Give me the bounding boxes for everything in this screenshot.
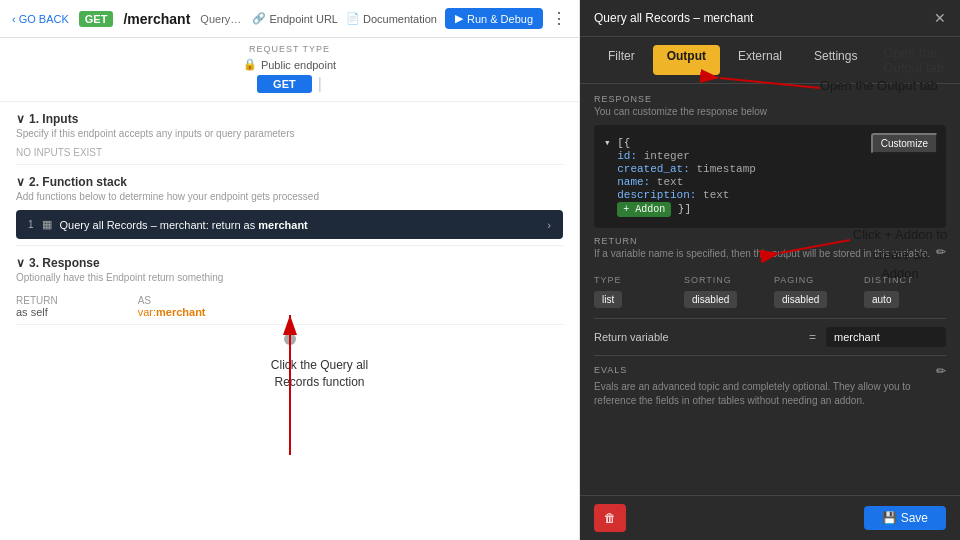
right-bottom-bar: 🗑 💾 Save [580,495,960,540]
evals-section: EVALS ✏ Evals are an advanced topic and … [594,364,946,408]
return-row: RETURN as self AS var:merchant [16,295,563,318]
documentation-btn[interactable]: 📄 Documentation [346,12,437,25]
output-tab-annotation: Open the Output tab [883,45,946,75]
public-endpoint: 🔒 Public endpoint [0,58,579,71]
right-panel: Query all Records – merchant ✕ Filter Ou… [580,0,960,540]
var-name: merchant [156,306,206,318]
doc-icon: 📄 [346,12,360,25]
type-label: TYPE [594,275,676,285]
evals-header: EVALS ✏ [594,364,946,378]
distinct-label: DISTINCT [864,275,946,285]
function-item[interactable]: 1 ▦ Query all Records – merchant: return… [16,210,563,239]
inputs-title: ∨ 1. Inputs [16,112,563,126]
code-line-5: description: text [604,189,936,201]
delete-button[interactable]: 🗑 [594,504,626,532]
top-bar-actions: 🔗 Endpoint URL 📄 Documentation ▶ Run & D… [252,8,567,29]
response-section: ∨ 3. Response Optionally have this Endpo… [16,246,563,325]
sorting-badge: disabled [684,291,737,308]
right-content: RESPONSE You can customize the response … [580,84,960,495]
response-section-label: RESPONSE [594,94,946,104]
sorting-label: SORTING [684,275,766,285]
tab-output[interactable]: Output [653,45,720,75]
query-annotation-text: Click the Query all Records function [271,357,368,391]
evals-desc: Evals are an advanced topic and complete… [594,380,946,408]
tab-settings[interactable]: Settings [800,45,871,75]
paging-label: PAGING [774,275,856,285]
sorting-col: SORTING disabled [684,275,766,308]
var-prefix: var: [138,306,156,318]
equals-sign: = [809,330,816,344]
return-variable-input[interactable] [826,327,946,347]
save-button[interactable]: 💾 Save [864,506,946,530]
get-method-btn[interactable]: GET [257,75,312,93]
function-text: Query all Records – merchant: return as … [60,219,540,231]
tab-filter[interactable]: Filter [594,45,649,75]
return-variable-label: Return variable [594,331,799,343]
function-stack-subtitle: Add functions below to determine how you… [16,191,563,202]
get-btn-row: GET | [0,75,579,93]
code-val-id: integer [644,150,690,162]
return-variable-row: Return variable = [594,318,946,356]
type-badge: list [594,291,622,308]
save-label: Save [901,511,928,525]
return-info: RETURN If a variable name is specified, … [594,236,930,267]
play-icon: ▶ [455,12,463,25]
lock-icon: 🔒 [243,58,257,71]
close-button[interactable]: ✕ [934,10,946,26]
distinct-col: DISTINCT auto [864,275,946,308]
return-row-r: RETURN If a variable name is specified, … [594,236,946,267]
function-stack-section: ∨ 2. Function stack Add functions below … [16,165,563,246]
return-col: RETURN as self [16,295,58,318]
code-line-4: name: text [604,176,936,188]
right-tabs: Filter Output External Settings Open the… [580,37,960,84]
edit-pencil-icon[interactable]: ✏ [936,245,946,259]
paging-col: PAGING disabled [774,275,856,308]
request-type-section: REQUEST TYPE 🔒 Public endpoint GET | [0,38,579,102]
function-stack-title: ∨ 2. Function stack [16,175,563,189]
no-inputs-label: NO INPUTS EXIST [16,147,563,158]
code-key-created: created_at: [617,163,690,175]
left-main-content: ∨ 1. Inputs Specify if this endpoint acc… [0,102,579,540]
save-icon: 💾 [882,511,897,525]
get-badge: GET [79,11,114,27]
code-block: Customize ▾ [{ id: integer created_at: t… [594,125,946,228]
table-icon: ▦ [42,218,52,231]
paging-badge: disabled [774,291,827,308]
code-line-6: + Addon }] [604,202,936,217]
run-debug-button[interactable]: ▶ Run & Debug [445,8,543,29]
go-back-arrow-icon: ‹ [12,13,16,25]
divider: | [318,75,322,93]
more-options-button[interactable]: ⋮ [551,9,567,28]
code-val-desc: text [703,189,729,201]
tab-external[interactable]: External [724,45,796,75]
public-endpoint-label: Public endpoint [261,59,336,71]
endpoint-url-label: Endpoint URL [269,13,338,25]
inputs-section: ∨ 1. Inputs Specify if this endpoint acc… [16,102,563,165]
code-line-3: created_at: timestamp [604,163,936,175]
evals-label: EVALS [594,365,627,375]
distinct-badge: auto [864,291,899,308]
var-val: var:merchant [138,306,206,318]
link-icon: 🔗 [252,12,266,25]
run-debug-label: Run & Debug [467,13,533,25]
response-subtitle: Optionally have this Endpoint return som… [16,272,563,283]
chevron-right-icon: › [547,219,551,231]
customize-button[interactable]: Customize [871,133,938,154]
evals-edit-icon[interactable]: ✏ [936,364,946,378]
go-back-link[interactable]: ‹ GO BACK [12,13,69,25]
endpoint-desc: Query all merchant recor... [200,13,242,25]
as-col: AS var:merchant [138,295,206,318]
as-label: AS [138,295,206,306]
chevron-down-icon3: ∨ [16,256,25,270]
code-val-created: timestamp [696,163,755,175]
return-section: RETURN If a variable name is specified, … [594,236,946,267]
dot-marker [284,333,296,345]
addon-badge[interactable]: + Addon [617,202,671,217]
response-section-desc: You can customize the response below [594,106,946,117]
code-key-id: id: [617,150,637,162]
right-header: Query all Records – merchant ✕ [580,0,960,37]
endpoint-url-btn[interactable]: 🔗 Endpoint URL [252,12,338,25]
return-desc-r: If a variable name is specified, then th… [594,248,930,259]
chevron-down-icon2: ∨ [16,175,25,189]
go-back-label: GO BACK [19,13,69,25]
